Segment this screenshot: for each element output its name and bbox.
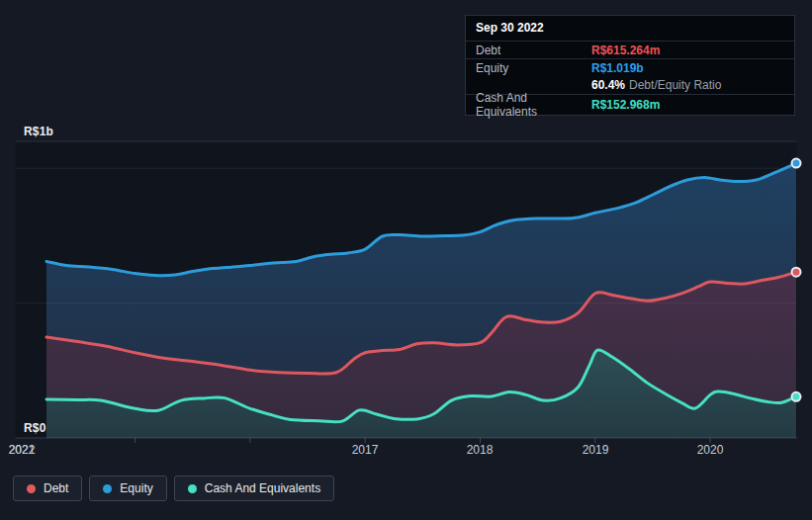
legend-item-debt[interactable]: Debt [13,476,82,501]
tooltip-equity-label: Equity [476,61,591,75]
legend-debt-label: Debt [44,481,68,495]
y-axis-label-1b: R$1b [24,125,53,138]
tooltip-equity-value: R$1.019b [591,61,644,75]
tooltip-row-cash: Cash And Equivalents R$152.968m [466,95,794,115]
equity-dot-icon [103,484,112,493]
cash-endpoint-marker[interactable] [792,392,801,401]
tooltip-cash-value: R$152.968m [591,98,660,112]
tooltip-ratio-value: 60.4% [591,78,625,92]
x-axis-label-2018: 2018 [458,443,501,457]
debt-dot-icon [27,484,36,493]
x-axis-label-2017: 2017 [343,443,387,457]
tooltip-cash-label: Cash And Equivalents [476,91,591,119]
cash-dot-icon [188,484,197,493]
tooltip-date: Sep 30 2022 [466,16,794,42]
chart-legend: Debt Equity Cash And Equivalents [13,476,334,501]
legend-item-cash[interactable]: Cash And Equivalents [174,476,334,501]
debt-equity-chart-panel: R$1b R$0 2017 2018 2019 2020 2021 2022 S… [0,0,812,520]
tooltip-debt-value: R$615.264m [591,43,660,57]
debt-endpoint-marker[interactable] [792,268,801,277]
tooltip-debt-label: Debt [476,43,591,57]
legend-item-equity[interactable]: Equity [89,476,166,501]
x-axis-label-2020: 2020 [688,443,732,457]
tooltip-ratio-label: Debt/Equity Ratio [629,78,721,92]
x-axis-label-2019: 2019 [574,443,617,457]
legend-equity-label: Equity [120,481,152,495]
equity-endpoint-marker[interactable] [792,159,801,168]
y-axis-label-0: R$0 [24,421,46,435]
tooltip-row-equity: Equity R$1.019b [466,59,794,76]
x-axis-label-2022: 2022 [0,443,44,457]
chart-tooltip: Sep 30 2022 Debt R$615.264m Equity R$1.0… [465,15,795,116]
legend-cash-label: Cash And Equivalents [205,481,320,495]
tooltip-row-debt: Debt R$615.264m [466,42,794,59]
